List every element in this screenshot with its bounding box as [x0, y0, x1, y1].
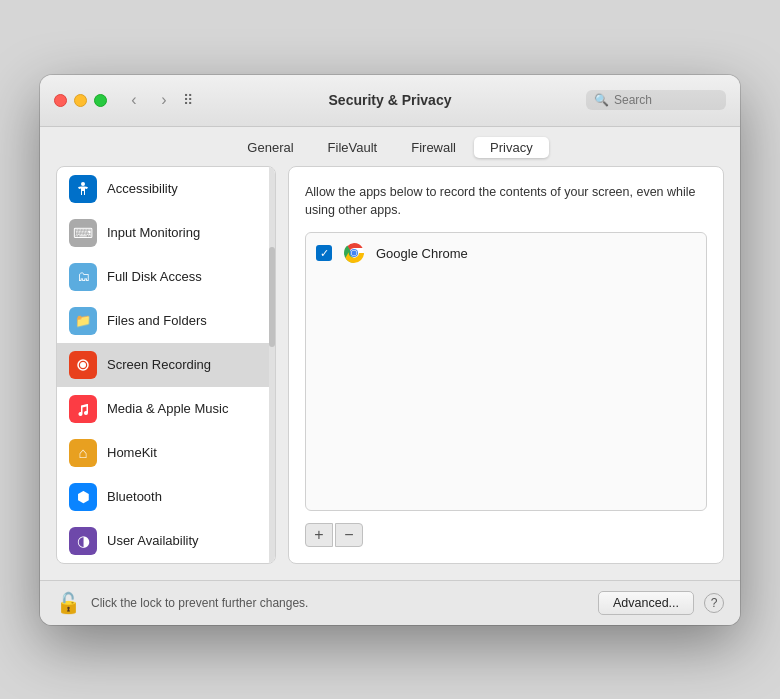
sidebar-item-accessibility[interactable]: Accessibility	[57, 167, 275, 211]
homekit-icon: ⌂	[69, 439, 97, 467]
tab-general[interactable]: General	[231, 137, 309, 158]
window-title: Security & Privacy	[329, 92, 452, 108]
sidebar-label-accessibility: Accessibility	[107, 181, 178, 196]
sidebar-item-input-monitoring[interactable]: ⌨ Input Monitoring	[57, 211, 275, 255]
tab-privacy[interactable]: Privacy	[474, 137, 549, 158]
titlebar: ‹ › ⠿ Security & Privacy 🔍	[40, 75, 740, 127]
tabs-bar: General FileVault Firewall Privacy	[40, 127, 740, 166]
back-button[interactable]: ‹	[121, 90, 147, 110]
sidebar-item-bluetooth[interactable]: ⬢ Bluetooth	[57, 475, 275, 519]
footer-lock-text: Click the lock to prevent further change…	[91, 596, 588, 610]
accessibility-icon	[69, 175, 97, 203]
svg-point-6	[352, 251, 357, 256]
media-apple-music-icon	[69, 395, 97, 423]
tab-firewall[interactable]: Firewall	[395, 137, 472, 158]
add-app-button[interactable]: +	[305, 523, 333, 547]
forward-button[interactable]: ›	[151, 90, 177, 110]
app-list: ✓ Google Chrome	[305, 232, 707, 511]
list-controls: + −	[305, 523, 707, 547]
sidebar-item-user-availability[interactable]: ◑ User Availability	[57, 519, 275, 563]
sidebar-label-bluetooth: Bluetooth	[107, 489, 162, 504]
user-availability-icon: ◑	[69, 527, 97, 555]
sidebar-label-homekit: HomeKit	[107, 445, 157, 460]
main-window: ‹ › ⠿ Security & Privacy 🔍 General FileV…	[40, 75, 740, 625]
sidebar-label-screen-recording: Screen Recording	[107, 357, 211, 372]
close-button[interactable]	[54, 94, 67, 107]
app-name-google-chrome: Google Chrome	[376, 246, 468, 261]
sidebar-item-files-and-folders[interactable]: 📁 Files and Folders	[57, 299, 275, 343]
sidebar-item-homekit[interactable]: ⌂ HomeKit	[57, 431, 275, 475]
search-input[interactable]	[614, 93, 718, 107]
remove-app-button[interactable]: −	[335, 523, 363, 547]
search-box[interactable]: 🔍	[586, 90, 726, 110]
lock-icon[interactable]: 🔓	[56, 591, 81, 615]
search-icon: 🔍	[594, 93, 609, 107]
grid-icon[interactable]: ⠿	[183, 92, 193, 108]
input-monitoring-icon: ⌨	[69, 219, 97, 247]
sidebar-label-user-availability: User Availability	[107, 533, 199, 548]
checkbox-google-chrome[interactable]: ✓	[316, 245, 332, 261]
footer: 🔓 Click the lock to prevent further chan…	[40, 580, 740, 625]
screen-recording-icon	[69, 351, 97, 379]
nav-buttons: ‹ ›	[121, 90, 177, 110]
sidebar: Accessibility ⌨ Input Monitoring 🗂 Full …	[56, 166, 276, 564]
main-panel: Allow the apps below to record the conte…	[288, 166, 724, 564]
bluetooth-icon: ⬢	[69, 483, 97, 511]
tab-filevault[interactable]: FileVault	[312, 137, 394, 158]
sidebar-item-full-disk-access[interactable]: 🗂 Full Disk Access	[57, 255, 275, 299]
minimize-button[interactable]	[74, 94, 87, 107]
description-text: Allow the apps below to record the conte…	[305, 183, 707, 221]
full-disk-access-icon: 🗂	[69, 263, 97, 291]
traffic-lights	[54, 94, 107, 107]
sidebar-item-media-apple-music[interactable]: Media & Apple Music	[57, 387, 275, 431]
advanced-button[interactable]: Advanced...	[598, 591, 694, 615]
maximize-button[interactable]	[94, 94, 107, 107]
app-list-item: ✓ Google Chrome	[306, 233, 706, 273]
sidebar-label-full-disk-access: Full Disk Access	[107, 269, 202, 284]
help-button[interactable]: ?	[704, 593, 724, 613]
chrome-icon	[342, 241, 366, 265]
sidebar-label-files-and-folders: Files and Folders	[107, 313, 207, 328]
sidebar-label-input-monitoring: Input Monitoring	[107, 225, 200, 240]
files-and-folders-icon: 📁	[69, 307, 97, 335]
svg-point-2	[80, 362, 86, 368]
svg-point-0	[81, 182, 85, 186]
sidebar-item-screen-recording[interactable]: Screen Recording	[57, 343, 275, 387]
content-area: Accessibility ⌨ Input Monitoring 🗂 Full …	[40, 166, 740, 580]
sidebar-label-media-apple-music: Media & Apple Music	[107, 401, 228, 416]
